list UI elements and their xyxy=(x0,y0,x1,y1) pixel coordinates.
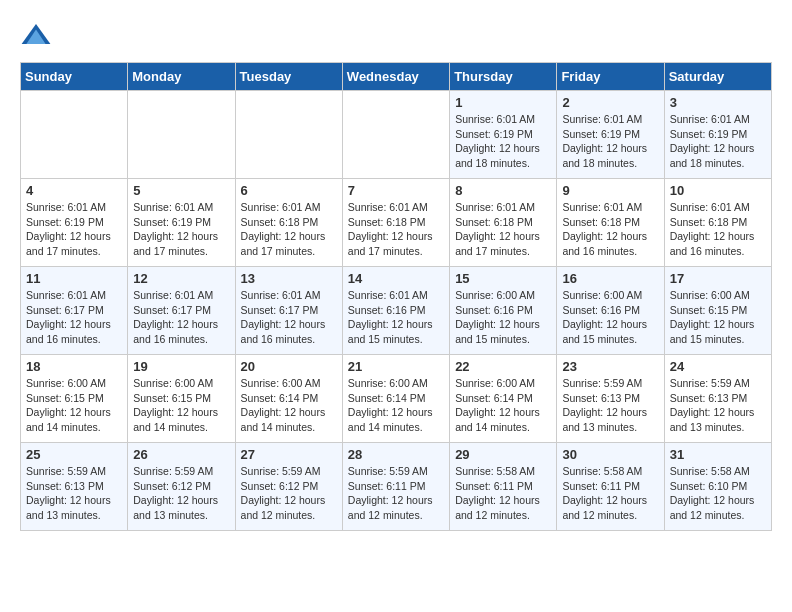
calendar-cell: 27Sunrise: 5:59 AM Sunset: 6:12 PM Dayli… xyxy=(235,443,342,531)
day-number: 3 xyxy=(670,95,766,110)
day-number: 4 xyxy=(26,183,122,198)
calendar-cell: 17Sunrise: 6:00 AM Sunset: 6:15 PM Dayli… xyxy=(664,267,771,355)
calendar-cell xyxy=(342,91,449,179)
calendar-cell: 15Sunrise: 6:00 AM Sunset: 6:16 PM Dayli… xyxy=(450,267,557,355)
day-number: 23 xyxy=(562,359,658,374)
day-info: Sunrise: 5:59 AM Sunset: 6:13 PM Dayligh… xyxy=(26,464,122,523)
calendar-week-row: 4Sunrise: 6:01 AM Sunset: 6:19 PM Daylig… xyxy=(21,179,772,267)
day-number: 15 xyxy=(455,271,551,286)
day-info: Sunrise: 6:00 AM Sunset: 6:14 PM Dayligh… xyxy=(348,376,444,435)
day-number: 16 xyxy=(562,271,658,286)
day-info: Sunrise: 5:59 AM Sunset: 6:13 PM Dayligh… xyxy=(670,376,766,435)
day-info: Sunrise: 6:00 AM Sunset: 6:16 PM Dayligh… xyxy=(455,288,551,347)
day-number: 28 xyxy=(348,447,444,462)
day-info: Sunrise: 6:01 AM Sunset: 6:17 PM Dayligh… xyxy=(133,288,229,347)
calendar-cell: 9Sunrise: 6:01 AM Sunset: 6:18 PM Daylig… xyxy=(557,179,664,267)
day-info: Sunrise: 6:01 AM Sunset: 6:19 PM Dayligh… xyxy=(26,200,122,259)
day-info: Sunrise: 5:59 AM Sunset: 6:12 PM Dayligh… xyxy=(133,464,229,523)
day-number: 29 xyxy=(455,447,551,462)
calendar-cell: 19Sunrise: 6:00 AM Sunset: 6:15 PM Dayli… xyxy=(128,355,235,443)
day-info: Sunrise: 6:01 AM Sunset: 6:17 PM Dayligh… xyxy=(241,288,337,347)
day-info: Sunrise: 6:01 AM Sunset: 6:18 PM Dayligh… xyxy=(670,200,766,259)
calendar-cell: 29Sunrise: 5:58 AM Sunset: 6:11 PM Dayli… xyxy=(450,443,557,531)
calendar-cell: 7Sunrise: 6:01 AM Sunset: 6:18 PM Daylig… xyxy=(342,179,449,267)
day-number: 6 xyxy=(241,183,337,198)
day-number: 21 xyxy=(348,359,444,374)
calendar-cell: 10Sunrise: 6:01 AM Sunset: 6:18 PM Dayli… xyxy=(664,179,771,267)
calendar-cell: 20Sunrise: 6:00 AM Sunset: 6:14 PM Dayli… xyxy=(235,355,342,443)
calendar-cell: 14Sunrise: 6:01 AM Sunset: 6:16 PM Dayli… xyxy=(342,267,449,355)
day-info: Sunrise: 5:59 AM Sunset: 6:11 PM Dayligh… xyxy=(348,464,444,523)
day-info: Sunrise: 6:01 AM Sunset: 6:16 PM Dayligh… xyxy=(348,288,444,347)
calendar-cell: 12Sunrise: 6:01 AM Sunset: 6:17 PM Dayli… xyxy=(128,267,235,355)
page-header xyxy=(20,20,772,52)
day-number: 26 xyxy=(133,447,229,462)
day-info: Sunrise: 6:00 AM Sunset: 6:14 PM Dayligh… xyxy=(455,376,551,435)
calendar-cell: 11Sunrise: 6:01 AM Sunset: 6:17 PM Dayli… xyxy=(21,267,128,355)
weekday-header-tuesday: Tuesday xyxy=(235,63,342,91)
calendar-cell: 1Sunrise: 6:01 AM Sunset: 6:19 PM Daylig… xyxy=(450,91,557,179)
day-info: Sunrise: 6:01 AM Sunset: 6:18 PM Dayligh… xyxy=(562,200,658,259)
day-number: 19 xyxy=(133,359,229,374)
day-number: 13 xyxy=(241,271,337,286)
day-number: 7 xyxy=(348,183,444,198)
day-info: Sunrise: 5:58 AM Sunset: 6:10 PM Dayligh… xyxy=(670,464,766,523)
calendar-table: SundayMondayTuesdayWednesdayThursdayFrid… xyxy=(20,62,772,531)
day-number: 1 xyxy=(455,95,551,110)
day-number: 18 xyxy=(26,359,122,374)
weekday-header-monday: Monday xyxy=(128,63,235,91)
day-number: 10 xyxy=(670,183,766,198)
day-number: 30 xyxy=(562,447,658,462)
logo-icon xyxy=(20,20,52,52)
day-info: Sunrise: 6:01 AM Sunset: 6:19 PM Dayligh… xyxy=(455,112,551,171)
weekday-header-friday: Friday xyxy=(557,63,664,91)
calendar-cell: 21Sunrise: 6:00 AM Sunset: 6:14 PM Dayli… xyxy=(342,355,449,443)
day-info: Sunrise: 5:59 AM Sunset: 6:13 PM Dayligh… xyxy=(562,376,658,435)
calendar-cell xyxy=(21,91,128,179)
day-info: Sunrise: 5:58 AM Sunset: 6:11 PM Dayligh… xyxy=(455,464,551,523)
day-info: Sunrise: 6:01 AM Sunset: 6:19 PM Dayligh… xyxy=(133,200,229,259)
calendar-cell: 3Sunrise: 6:01 AM Sunset: 6:19 PM Daylig… xyxy=(664,91,771,179)
calendar-cell: 31Sunrise: 5:58 AM Sunset: 6:10 PM Dayli… xyxy=(664,443,771,531)
day-number: 17 xyxy=(670,271,766,286)
day-info: Sunrise: 6:01 AM Sunset: 6:18 PM Dayligh… xyxy=(348,200,444,259)
calendar-cell: 26Sunrise: 5:59 AM Sunset: 6:12 PM Dayli… xyxy=(128,443,235,531)
day-number: 11 xyxy=(26,271,122,286)
weekday-header-sunday: Sunday xyxy=(21,63,128,91)
day-info: Sunrise: 6:00 AM Sunset: 6:15 PM Dayligh… xyxy=(670,288,766,347)
day-number: 25 xyxy=(26,447,122,462)
day-number: 22 xyxy=(455,359,551,374)
calendar-week-row: 25Sunrise: 5:59 AM Sunset: 6:13 PM Dayli… xyxy=(21,443,772,531)
day-info: Sunrise: 6:01 AM Sunset: 6:18 PM Dayligh… xyxy=(455,200,551,259)
calendar-cell: 8Sunrise: 6:01 AM Sunset: 6:18 PM Daylig… xyxy=(450,179,557,267)
calendar-cell: 13Sunrise: 6:01 AM Sunset: 6:17 PM Dayli… xyxy=(235,267,342,355)
day-number: 31 xyxy=(670,447,766,462)
day-info: Sunrise: 6:01 AM Sunset: 6:19 PM Dayligh… xyxy=(670,112,766,171)
logo xyxy=(20,20,56,52)
weekday-header-thursday: Thursday xyxy=(450,63,557,91)
day-info: Sunrise: 6:00 AM Sunset: 6:14 PM Dayligh… xyxy=(241,376,337,435)
calendar-cell: 22Sunrise: 6:00 AM Sunset: 6:14 PM Dayli… xyxy=(450,355,557,443)
day-number: 12 xyxy=(133,271,229,286)
weekday-header-saturday: Saturday xyxy=(664,63,771,91)
calendar-cell: 30Sunrise: 5:58 AM Sunset: 6:11 PM Dayli… xyxy=(557,443,664,531)
calendar-cell xyxy=(128,91,235,179)
calendar-cell: 6Sunrise: 6:01 AM Sunset: 6:18 PM Daylig… xyxy=(235,179,342,267)
day-number: 9 xyxy=(562,183,658,198)
day-info: Sunrise: 5:59 AM Sunset: 6:12 PM Dayligh… xyxy=(241,464,337,523)
day-info: Sunrise: 6:00 AM Sunset: 6:15 PM Dayligh… xyxy=(26,376,122,435)
calendar-cell: 4Sunrise: 6:01 AM Sunset: 6:19 PM Daylig… xyxy=(21,179,128,267)
day-number: 8 xyxy=(455,183,551,198)
day-number: 5 xyxy=(133,183,229,198)
calendar-cell: 24Sunrise: 5:59 AM Sunset: 6:13 PM Dayli… xyxy=(664,355,771,443)
calendar-cell: 25Sunrise: 5:59 AM Sunset: 6:13 PM Dayli… xyxy=(21,443,128,531)
day-info: Sunrise: 6:00 AM Sunset: 6:16 PM Dayligh… xyxy=(562,288,658,347)
calendar-cell xyxy=(235,91,342,179)
day-number: 14 xyxy=(348,271,444,286)
day-number: 27 xyxy=(241,447,337,462)
calendar-cell: 18Sunrise: 6:00 AM Sunset: 6:15 PM Dayli… xyxy=(21,355,128,443)
calendar-week-row: 18Sunrise: 6:00 AM Sunset: 6:15 PM Dayli… xyxy=(21,355,772,443)
day-info: Sunrise: 5:58 AM Sunset: 6:11 PM Dayligh… xyxy=(562,464,658,523)
calendar-cell: 16Sunrise: 6:00 AM Sunset: 6:16 PM Dayli… xyxy=(557,267,664,355)
day-info: Sunrise: 6:01 AM Sunset: 6:17 PM Dayligh… xyxy=(26,288,122,347)
